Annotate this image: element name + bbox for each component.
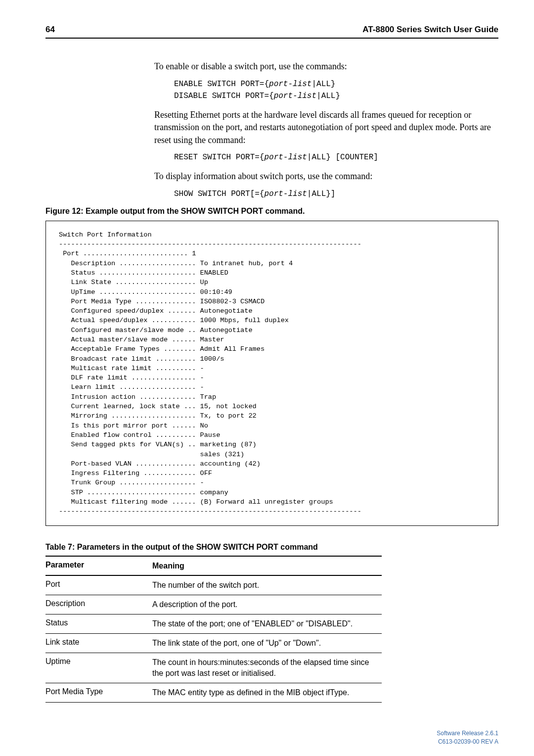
table-cell-meaning: The count in hours:minutes:seconds of th…: [152, 657, 382, 679]
code-text: |ALL}]: [307, 189, 336, 198]
table-cell-meaning: The link state of the port, one of "Up" …: [152, 638, 382, 649]
page-header: 64 AT-8800 Series Switch User Guide: [45, 25, 498, 39]
table-row: Port Media Type The MAC entity type as d…: [45, 683, 382, 703]
table-caption: Table 7: Parameters in the output of the…: [45, 543, 498, 552]
code-var: port-list: [269, 80, 312, 89]
code-text: DISABLE SWITCH PORT={: [174, 92, 274, 100]
terminal-output-box: Switch Port Information ----------------…: [45, 221, 498, 526]
figure-caption: Figure 12: Example output from the SHOW …: [45, 207, 498, 216]
table-cell-param: Description: [45, 599, 152, 610]
table-row: Link state The link state of the port, o…: [45, 634, 382, 653]
table-cell-meaning: The MAC entity type as defined in the MI…: [152, 687, 382, 698]
page-number: 64: [45, 25, 55, 35]
table-cell-param: Status: [45, 618, 152, 629]
code-var: port-list: [264, 189, 307, 198]
page-footer: Software Release 2.6.1 C613-02039-00 REV…: [45, 729, 498, 746]
table-row: Port The number of the switch port.: [45, 576, 382, 595]
body-paragraph-3: To display information about switch port…: [154, 170, 498, 183]
table-cell-meaning: A description of the port.: [152, 599, 382, 610]
code-var: port-list: [264, 153, 307, 162]
code-show: SHOW SWITCH PORT[={port-list|ALL}]: [174, 188, 498, 200]
table-cell-meaning: The number of the switch port.: [152, 580, 382, 591]
code-reset: RESET SWITCH PORT={port-list|ALL} [COUNT…: [174, 151, 498, 163]
code-var: port-list: [274, 92, 316, 100]
footer-release: Software Release 2.6.1: [45, 729, 498, 738]
table-cell-param: Port Media Type: [45, 687, 152, 698]
code-text: |ALL}: [312, 80, 335, 89]
code-text: |ALL} [COUNTER]: [307, 153, 378, 162]
code-text: |ALL}: [316, 92, 340, 100]
code-enable: ENABLE SWITCH PORT={port-list|ALL} DISAB…: [174, 78, 498, 102]
footer-doc-id: C613-02039-00 REV A: [45, 738, 498, 746]
guide-title: AT-8800 Series Switch User Guide: [362, 25, 498, 35]
code-text: SHOW SWITCH PORT[={: [174, 189, 264, 198]
table-header-row: Parameter Meaning: [45, 557, 382, 576]
table-cell-param: Link state: [45, 638, 152, 649]
table-row: Uptime The count in hours:minutes:second…: [45, 653, 382, 683]
parameter-table: Parameter Meaning Port The number of the…: [45, 556, 382, 703]
body-paragraph-1: To enable or disable a switch port, use …: [154, 60, 498, 73]
table-header-param: Parameter: [45, 561, 152, 571]
terminal-output: Switch Port Information ----------------…: [59, 230, 485, 517]
table-cell-param: Uptime: [45, 657, 152, 679]
code-text: ENABLE SWITCH PORT={: [174, 80, 269, 89]
table-row: Status The state of the port; one of "EN…: [45, 614, 382, 634]
body-paragraph-2: Resetting Ethernet ports at the hardware…: [154, 109, 498, 147]
table-cell-meaning: The state of the port; one of "ENABLED" …: [152, 618, 382, 629]
table-cell-param: Port: [45, 580, 152, 591]
table-header-meaning: Meaning: [152, 561, 382, 571]
table-row: Description A description of the port.: [45, 595, 382, 614]
code-text: RESET SWITCH PORT={: [174, 153, 264, 162]
